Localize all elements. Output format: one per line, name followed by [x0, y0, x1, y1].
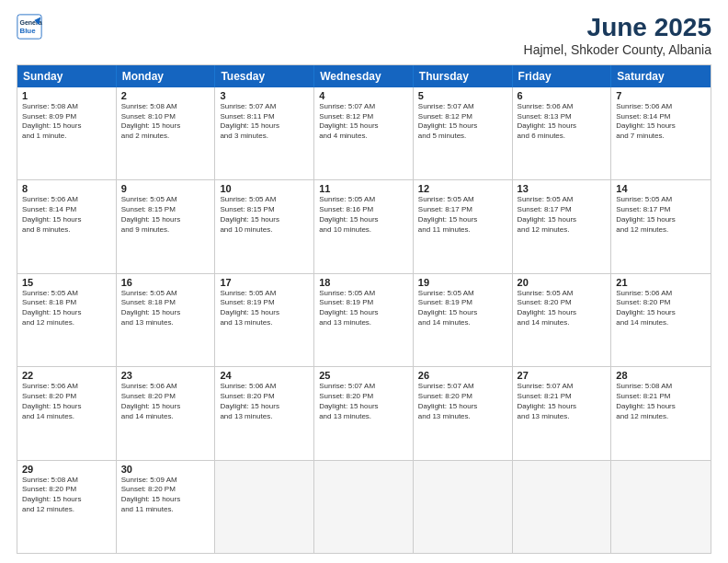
- empty-cell: [611, 461, 711, 553]
- day-cell-10: 10Sunrise: 5:05 AMSunset: 8:15 PMDayligh…: [215, 180, 314, 272]
- day-number: 20: [518, 277, 607, 288]
- day-cell-14: 14Sunrise: 5:05 AMSunset: 8:17 PMDayligh…: [611, 180, 711, 272]
- location-title: Hajmel, Shkoder County, Albania: [524, 42, 711, 57]
- page: General Blue June 2025 Hajmel, Shkoder C…: [0, 0, 728, 563]
- day-cell-4: 4Sunrise: 5:07 AMSunset: 8:12 PMDaylight…: [314, 87, 414, 179]
- day-number: 27: [518, 370, 607, 381]
- day-number: 16: [121, 277, 210, 288]
- header-day-monday: Monday: [117, 65, 216, 87]
- calendar-row-5: 29Sunrise: 5:08 AMSunset: 8:20 PMDayligh…: [17, 461, 711, 553]
- day-number: 19: [418, 277, 507, 288]
- header-day-tuesday: Tuesday: [215, 65, 314, 87]
- day-info: Sunrise: 5:07 AMSunset: 8:20 PMDaylight:…: [418, 382, 507, 421]
- header-day-friday: Friday: [513, 65, 612, 87]
- day-cell-20: 20Sunrise: 5:05 AMSunset: 8:20 PMDayligh…: [513, 274, 612, 366]
- day-info: Sunrise: 5:09 AMSunset: 8:20 PMDaylight:…: [121, 476, 210, 515]
- day-cell-15: 15Sunrise: 5:05 AMSunset: 8:18 PMDayligh…: [17, 274, 117, 366]
- day-cell-9: 9Sunrise: 5:05 AMSunset: 8:15 PMDaylight…: [117, 180, 216, 272]
- day-cell-28: 28Sunrise: 5:08 AMSunset: 8:21 PMDayligh…: [611, 367, 711, 459]
- day-number: 29: [22, 464, 111, 475]
- empty-cell: [414, 461, 513, 553]
- day-info: Sunrise: 5:05 AMSunset: 8:17 PMDaylight:…: [616, 195, 706, 235]
- day-info: Sunrise: 5:06 AMSunset: 8:20 PMDaylight:…: [616, 289, 706, 328]
- day-number: 25: [319, 370, 408, 381]
- day-info: Sunrise: 5:06 AMSunset: 8:20 PMDaylight:…: [220, 382, 309, 421]
- day-info: Sunrise: 5:05 AMSunset: 8:17 PMDaylight:…: [418, 195, 507, 235]
- day-number: 5: [418, 90, 507, 101]
- day-number: 21: [616, 277, 706, 288]
- day-number: 2: [121, 90, 210, 101]
- day-info: Sunrise: 5:06 AMSunset: 8:20 PMDaylight:…: [121, 382, 210, 421]
- day-cell-23: 23Sunrise: 5:06 AMSunset: 8:20 PMDayligh…: [117, 367, 216, 459]
- day-number: 4: [319, 90, 408, 101]
- day-info: Sunrise: 5:07 AMSunset: 8:12 PMDaylight:…: [418, 102, 507, 142]
- day-cell-6: 6Sunrise: 5:06 AMSunset: 8:13 PMDaylight…: [513, 87, 612, 179]
- day-number: 8: [22, 183, 111, 194]
- day-cell-11: 11Sunrise: 5:05 AMSunset: 8:16 PMDayligh…: [314, 180, 414, 272]
- day-number: 23: [121, 370, 210, 381]
- empty-cell: [215, 461, 314, 553]
- day-cell-2: 2Sunrise: 5:08 AMSunset: 8:10 PMDaylight…: [117, 87, 216, 179]
- day-number: 24: [220, 370, 309, 381]
- day-number: 15: [22, 277, 111, 288]
- day-cell-18: 18Sunrise: 5:05 AMSunset: 8:19 PMDayligh…: [314, 274, 414, 366]
- header: General Blue June 2025 Hajmel, Shkoder C…: [17, 14, 711, 57]
- empty-cell: [314, 461, 414, 553]
- day-cell-27: 27Sunrise: 5:07 AMSunset: 8:21 PMDayligh…: [513, 367, 612, 459]
- day-number: 1: [22, 90, 111, 101]
- calendar-body: 1Sunrise: 5:08 AMSunset: 8:09 PMDaylight…: [17, 87, 711, 553]
- day-info: Sunrise: 5:05 AMSunset: 8:19 PMDaylight:…: [220, 289, 309, 328]
- day-info: Sunrise: 5:06 AMSunset: 8:13 PMDaylight:…: [518, 102, 607, 142]
- day-cell-24: 24Sunrise: 5:06 AMSunset: 8:20 PMDayligh…: [215, 367, 314, 459]
- day-number: 10: [220, 183, 309, 194]
- calendar-header: SundayMondayTuesdayWednesdayThursdayFrid…: [17, 65, 711, 87]
- day-cell-16: 16Sunrise: 5:05 AMSunset: 8:18 PMDayligh…: [117, 274, 216, 366]
- day-cell-7: 7Sunrise: 5:06 AMSunset: 8:14 PMDaylight…: [611, 87, 711, 179]
- day-cell-8: 8Sunrise: 5:06 AMSunset: 8:14 PMDaylight…: [17, 180, 117, 272]
- day-number: 12: [418, 183, 507, 194]
- day-info: Sunrise: 5:08 AMSunset: 8:21 PMDaylight:…: [616, 382, 706, 421]
- calendar-row-3: 15Sunrise: 5:05 AMSunset: 8:18 PMDayligh…: [17, 274, 711, 367]
- calendar-row-4: 22Sunrise: 5:06 AMSunset: 8:20 PMDayligh…: [17, 367, 711, 460]
- day-cell-1: 1Sunrise: 5:08 AMSunset: 8:09 PMDaylight…: [17, 87, 117, 179]
- day-number: 13: [518, 183, 607, 194]
- day-info: Sunrise: 5:06 AMSunset: 8:14 PMDaylight:…: [22, 195, 111, 235]
- day-number: 30: [121, 464, 210, 475]
- month-title: June 2025: [524, 14, 711, 42]
- day-info: Sunrise: 5:05 AMSunset: 8:19 PMDaylight:…: [418, 289, 507, 328]
- day-number: 11: [319, 183, 408, 194]
- title-block: June 2025 Hajmel, Shkoder County, Albani…: [524, 14, 711, 57]
- day-info: Sunrise: 5:07 AMSunset: 8:12 PMDaylight:…: [319, 102, 408, 142]
- day-info: Sunrise: 5:06 AMSunset: 8:14 PMDaylight:…: [616, 102, 706, 142]
- day-info: Sunrise: 5:05 AMSunset: 8:15 PMDaylight:…: [121, 195, 210, 235]
- day-number: 26: [418, 370, 507, 381]
- day-info: Sunrise: 5:05 AMSunset: 8:15 PMDaylight:…: [220, 195, 309, 235]
- day-info: Sunrise: 5:05 AMSunset: 8:16 PMDaylight:…: [319, 195, 408, 235]
- day-cell-30: 30Sunrise: 5:09 AMSunset: 8:20 PMDayligh…: [117, 461, 216, 553]
- day-info: Sunrise: 5:07 AMSunset: 8:11 PMDaylight:…: [220, 102, 309, 142]
- day-number: 17: [220, 277, 309, 288]
- day-cell-19: 19Sunrise: 5:05 AMSunset: 8:19 PMDayligh…: [414, 274, 513, 366]
- day-cell-26: 26Sunrise: 5:07 AMSunset: 8:20 PMDayligh…: [414, 367, 513, 459]
- logo: General Blue: [17, 14, 42, 40]
- day-cell-12: 12Sunrise: 5:05 AMSunset: 8:17 PMDayligh…: [414, 180, 513, 272]
- day-number: 9: [121, 183, 210, 194]
- header-day-sunday: Sunday: [17, 65, 117, 87]
- day-info: Sunrise: 5:05 AMSunset: 8:18 PMDaylight:…: [121, 289, 210, 328]
- header-day-saturday: Saturday: [611, 65, 711, 87]
- header-day-wednesday: Wednesday: [314, 65, 414, 87]
- day-cell-22: 22Sunrise: 5:06 AMSunset: 8:20 PMDayligh…: [17, 367, 117, 459]
- day-info: Sunrise: 5:08 AMSunset: 8:20 PMDaylight:…: [22, 476, 111, 515]
- logo-icon: General Blue: [17, 14, 42, 40]
- svg-text:Blue: Blue: [20, 27, 37, 35]
- day-cell-21: 21Sunrise: 5:06 AMSunset: 8:20 PMDayligh…: [611, 274, 711, 366]
- day-number: 14: [616, 183, 706, 194]
- day-number: 28: [616, 370, 706, 381]
- day-info: Sunrise: 5:07 AMSunset: 8:20 PMDaylight:…: [319, 382, 408, 421]
- day-number: 7: [616, 90, 706, 101]
- day-number: 18: [319, 277, 408, 288]
- day-number: 3: [220, 90, 309, 101]
- day-info: Sunrise: 5:05 AMSunset: 8:20 PMDaylight:…: [518, 289, 607, 328]
- day-info: Sunrise: 5:08 AMSunset: 8:09 PMDaylight:…: [22, 102, 111, 142]
- day-cell-5: 5Sunrise: 5:07 AMSunset: 8:12 PMDaylight…: [414, 87, 513, 179]
